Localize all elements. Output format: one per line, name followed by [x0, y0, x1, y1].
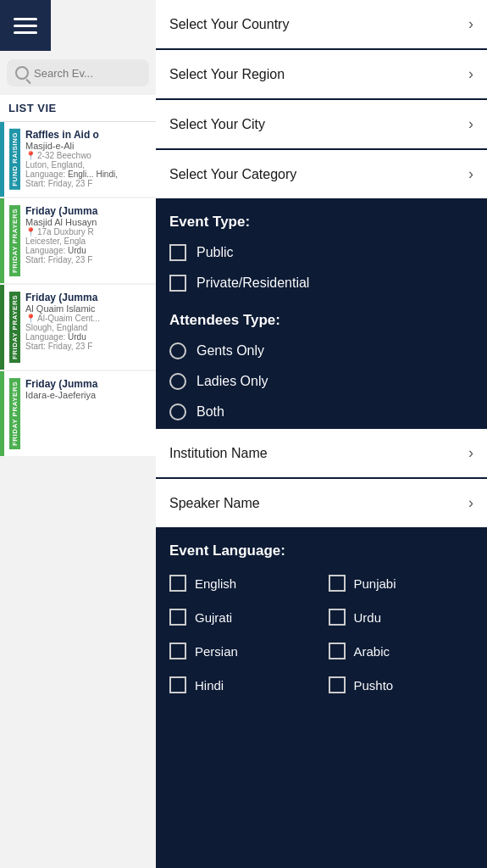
city-filter-label: Select Your City — [169, 117, 265, 132]
urdu-lang-item[interactable]: Urdu — [322, 600, 481, 634]
event-city: Luton, England, — [25, 160, 151, 170]
event-venue: Masjid Al Husayn — [25, 217, 151, 227]
urdu-checkbox[interactable] — [329, 609, 346, 626]
search-icon — [15, 66, 29, 80]
hindi-lang-item[interactable]: Hindi — [163, 668, 322, 702]
punjabi-checkbox[interactable] — [329, 575, 346, 592]
arabic-label: Arabic — [354, 644, 390, 659]
hamburger-button[interactable] — [0, 0, 51, 51]
event-date: Start: Friday, 23 F — [25, 179, 151, 188]
event-venue: Masjid-e-Ali — [25, 141, 151, 151]
english-lang-item[interactable]: English — [163, 566, 322, 600]
event-content: Raffles in Aid o Masjid-e-Ali 📍 2-32 Bee… — [25, 129, 151, 190]
gents-radio-row[interactable]: Gents Only — [156, 336, 487, 366]
region-filter-row[interactable]: Select Your Region › — [156, 50, 487, 98]
persian-checkbox[interactable] — [169, 643, 186, 659]
table-row[interactable]: FUND RAISING Raffles in Aid o Masjid-e-A… — [0, 122, 156, 197]
event-address: 📍 Al-Quaim Cent... — [25, 314, 151, 323]
ladies-label: Ladies Only — [196, 374, 268, 389]
english-label: English — [195, 576, 236, 591]
ladies-radio[interactable] — [169, 373, 186, 390]
pushto-lang-item[interactable]: Pushto — [322, 668, 481, 702]
punjabi-lang-item[interactable]: Punjabi — [322, 566, 481, 600]
language-section-title: Event Language: — [156, 529, 487, 566]
gents-radio[interactable] — [169, 342, 186, 359]
hamburger-line-3 — [14, 31, 37, 34]
chevron-right-icon: › — [468, 65, 473, 83]
persian-lang-item[interactable]: Persian — [163, 634, 322, 668]
event-city: Leicester, Engla — [25, 236, 151, 246]
chevron-right-icon: › — [468, 15, 473, 33]
left-panel: LIST VIE FUND RAISING Raffles in Aid o M… — [0, 0, 156, 868]
attendees-type-section-title: Attendees Type: — [156, 298, 487, 336]
event-title: Raffles in Aid o — [25, 129, 151, 141]
table-row[interactable]: FRIDAY PRAYERS Friday (Jumma Masjid Al H… — [0, 198, 156, 283]
event-address: 📍 17a Duxbury R — [25, 227, 151, 236]
event-venue: Idara-e-Jaeferiya — [25, 390, 151, 400]
arabic-lang-item[interactable]: Arabic — [322, 634, 481, 668]
event-category-label: FRIDAY PRAYERS — [9, 292, 20, 363]
event-date: Start: Friday, 23 F — [25, 342, 151, 351]
chevron-right-icon: › — [468, 115, 473, 133]
both-radio-row[interactable]: Both — [156, 397, 487, 427]
filter-panel: Select Your Country › Select Your Region… — [156, 0, 487, 868]
event-category-label: FRIDAY PRAYERS — [9, 378, 20, 449]
urdu-label: Urdu — [354, 610, 382, 625]
event-content: Friday (Jumma Masjid Al Husayn 📍 17a Dux… — [25, 205, 151, 276]
event-city: Slough, England — [25, 323, 151, 332]
event-title: Friday (Jumma — [25, 378, 151, 390]
public-checkbox[interactable] — [169, 244, 186, 261]
event-language: Language: Urdu — [25, 246, 151, 255]
gujrati-checkbox[interactable] — [169, 609, 186, 626]
chevron-right-icon: › — [468, 494, 473, 512]
gujrati-lang-item[interactable]: Gujrati — [163, 600, 322, 634]
event-date: Start: Friday, 23 F — [25, 255, 151, 264]
city-filter-row[interactable]: Select Your City › — [156, 100, 487, 148]
event-content: Friday (Jumma Al Quaim Islamic 📍 Al-Quai… — [25, 292, 151, 363]
ladies-radio-row[interactable]: Ladies Only — [156, 366, 487, 397]
institution-filter-label: Institution Name — [169, 446, 268, 461]
persian-label: Persian — [195, 644, 238, 659]
speaker-filter-row[interactable]: Speaker Name › — [156, 479, 487, 527]
event-language: Language: Engli... Hindi, — [25, 170, 151, 179]
speaker-filter-label: Speaker Name — [169, 496, 260, 511]
event-title: Friday (Jumma — [25, 292, 151, 303]
event-list: FUND RAISING Raffles in Aid o Masjid-e-A… — [0, 122, 156, 458]
search-input[interactable] — [34, 67, 141, 80]
category-filter-label: Select Your Category — [169, 167, 296, 182]
event-language: Language: Urdu — [25, 332, 151, 342]
public-label: Public — [196, 245, 234, 260]
country-filter-row[interactable]: Select Your Country › — [156, 0, 487, 48]
hamburger-line-1 — [14, 18, 37, 20]
chevron-right-icon: › — [468, 165, 473, 183]
pin-icon: 📍 — [25, 151, 36, 160]
private-checkbox-row[interactable]: Private/Residential — [156, 268, 487, 298]
both-label: Both — [196, 404, 224, 420]
category-filter-row[interactable]: Select Your Category › — [156, 150, 487, 198]
table-row[interactable]: FRIDAY PRAYERS Friday (Jumma Al Quaim Is… — [0, 285, 156, 370]
hamburger-line-2 — [14, 25, 37, 27]
event-category-label: FUND RAISING — [9, 129, 20, 190]
list-view-header: LIST VIE — [0, 95, 156, 122]
public-checkbox-row[interactable]: Public — [156, 237, 487, 268]
hindi-checkbox[interactable] — [169, 676, 186, 693]
private-checkbox[interactable] — [169, 275, 186, 292]
gents-label: Gents Only — [196, 343, 264, 359]
event-address: 📍 2-32 Beechwo — [25, 151, 151, 160]
private-label: Private/Residential — [196, 275, 309, 291]
search-bar[interactable] — [7, 59, 149, 86]
pin-icon: 📍 — [25, 314, 36, 323]
institution-filter-row[interactable]: Institution Name › — [156, 429, 487, 477]
both-radio[interactable] — [169, 403, 186, 420]
english-checkbox[interactable] — [169, 575, 186, 592]
list-view-label: LIST VIE — [8, 102, 57, 114]
chevron-right-icon: › — [468, 444, 473, 462]
table-row[interactable]: FRIDAY PRAYERS Friday (Jumma Idara-e-Jae… — [0, 371, 156, 456]
pushto-checkbox[interactable] — [329, 676, 346, 693]
event-type-section-title: Event Type: — [156, 200, 487, 237]
gujrati-label: Gujrati — [195, 610, 232, 625]
arabic-checkbox[interactable] — [329, 643, 346, 659]
event-venue: Al Quaim Islamic — [25, 303, 151, 314]
country-filter-label: Select Your Country — [169, 17, 289, 32]
punjabi-label: Punjabi — [354, 576, 396, 591]
